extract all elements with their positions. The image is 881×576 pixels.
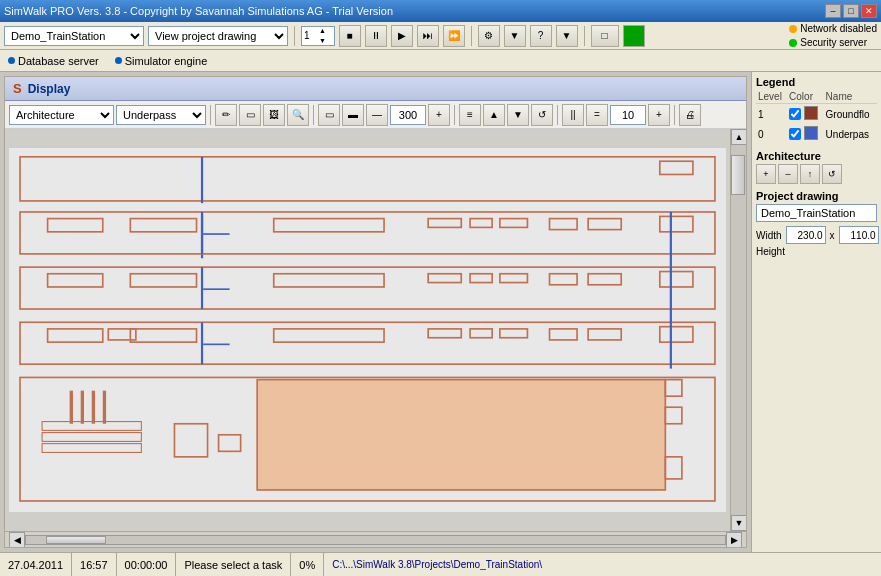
security-label: Security server (800, 36, 867, 50)
sep1 (294, 26, 295, 46)
arch-refresh-button[interactable]: ↺ (822, 164, 842, 184)
width-input[interactable] (786, 226, 826, 244)
step-down-button[interactable]: ▼ (312, 36, 334, 46)
pen-tool-button[interactable]: ✏ (215, 104, 237, 126)
legend-check-0[interactable] (789, 128, 801, 140)
legend-level-1: 1 (756, 104, 787, 125)
titlebar: SimWalk PRO Vers. 3.8 - Copyright by Sav… (0, 0, 881, 22)
db-server-label: Database server (18, 55, 99, 67)
layers-button[interactable]: ≡ (459, 104, 481, 126)
legend-name-1: Groundflo (824, 104, 877, 125)
legend-color-0 (787, 124, 824, 144)
svg-rect-52 (257, 380, 665, 490)
rect-button[interactable]: ▭ (318, 104, 340, 126)
status-duration: 00:00:00 (117, 553, 177, 576)
arch-section-title: Architecture (756, 150, 877, 162)
sim-engine-item: Simulator engine (115, 55, 208, 67)
legend-col-name: Name (824, 90, 877, 104)
select-tool-button[interactable]: ▭ (239, 104, 261, 126)
vscroll-down-button[interactable]: ▼ (731, 515, 746, 531)
arch-dropdown[interactable]: Architecture (9, 105, 114, 125)
display-panel: S Display Architecture Underpass ✏ ▭ 🖼 🔍… (4, 76, 747, 548)
sep3 (584, 26, 585, 46)
legend-col-level: Level (756, 90, 787, 104)
vscroll-up-button[interactable]: ▲ (731, 129, 746, 145)
split-v-button[interactable]: || (562, 104, 584, 126)
canvas-scroll-area: ▲ ▼ ◀ ▶ (5, 129, 746, 547)
image-button[interactable]: 🖼 (263, 104, 285, 126)
legend-colorbox-0 (804, 126, 818, 140)
legend-table: Level Color Name 1 Groundflo (756, 90, 877, 144)
legend-row-1: 1 Groundflo (756, 104, 877, 125)
refresh-button[interactable]: ↺ (531, 104, 553, 126)
pause-button[interactable]: ⏸ (365, 25, 387, 47)
project-drawing-section: Project drawing Demo_TrainStation Width … (756, 190, 877, 257)
help-button[interactable]: ? (530, 25, 552, 47)
hscroll-thumb[interactable] (46, 536, 106, 544)
line-button[interactable]: — (366, 104, 388, 126)
statusbar: 27.04.2011 16:57 00:00:00 Please select … (0, 552, 881, 576)
svg-rect-45 (92, 391, 95, 424)
view-dropdown[interactable]: View project drawing (148, 26, 288, 46)
vscroll-track[interactable] (731, 145, 746, 515)
canvas-area[interactable] (5, 129, 730, 531)
status-date: 27.04.2011 (8, 553, 72, 576)
arch-add-button[interactable]: + (756, 164, 776, 184)
stop-button[interactable]: ■ (339, 25, 361, 47)
sep2 (471, 26, 472, 46)
network-status: Network disabled Security server (789, 22, 877, 50)
play-button[interactable]: ▶ (391, 25, 413, 47)
fast-forward-button[interactable]: ⏩ (443, 25, 465, 47)
right-panel: Legend Level Color Name 1 (751, 72, 881, 552)
legend-section: Legend Level Color Name 1 (756, 76, 877, 144)
zoom-input[interactable] (390, 105, 426, 125)
step-up-button[interactable]: ▲ (312, 26, 334, 36)
proj-drawing-name: Demo_TrainStation (756, 204, 877, 222)
hscroll-track[interactable] (25, 535, 726, 545)
s-logo: S (13, 81, 22, 96)
height-input[interactable] (839, 226, 879, 244)
maximize-button[interactable]: □ (843, 4, 859, 18)
vscroll-thumb[interactable] (731, 155, 745, 195)
legend-color-1 (787, 104, 824, 125)
project-dropdown[interactable]: Demo_TrainStation (4, 26, 144, 46)
dropdown-arrow2[interactable]: ▼ (556, 25, 578, 47)
print-button[interactable]: 🖨 (679, 104, 701, 126)
down-button[interactable]: ▼ (507, 104, 529, 126)
legend-name-0: Underpas (824, 124, 877, 144)
grid-plus-button[interactable]: + (648, 104, 670, 126)
disp-sep1 (210, 105, 211, 125)
step-end-button[interactable]: ⏭ (417, 25, 439, 47)
sim-dot (115, 57, 122, 64)
arch-remove-button[interactable]: – (778, 164, 798, 184)
proj-drawing-title: Project drawing (756, 190, 877, 202)
grid-input[interactable] (610, 105, 646, 125)
dropdown-arrow[interactable]: ▼ (504, 25, 526, 47)
legend-check-1[interactable] (789, 108, 801, 120)
hscroll-left-button[interactable]: ◀ (9, 532, 25, 548)
zoom-button[interactable]: 🔍 (287, 104, 309, 126)
arch-up-button[interactable]: ↑ (800, 164, 820, 184)
height-label: Height (756, 246, 877, 257)
rect2-button[interactable]: ▬ (342, 104, 364, 126)
status-message: Please select a task (176, 553, 291, 576)
minimize-button[interactable]: – (825, 4, 841, 18)
hscroll-right-button[interactable]: ▶ (726, 532, 742, 548)
network-label: Network disabled (800, 22, 877, 36)
status-percent: 0% (291, 553, 324, 576)
disp-sep2 (313, 105, 314, 125)
up-button[interactable]: ▲ (483, 104, 505, 126)
info-bar: Database server Simulator engine (0, 50, 881, 72)
settings-button[interactable]: ⚙ (478, 25, 500, 47)
zoom-plus-button[interactable]: + (428, 104, 450, 126)
split-h-button[interactable]: = (586, 104, 608, 126)
layer-dropdown[interactable]: Underpass (116, 105, 206, 125)
close-button[interactable]: ✕ (861, 4, 877, 18)
status-green-button[interactable] (623, 25, 645, 47)
db-server-item: Database server (8, 55, 99, 67)
security-server-item: Security server (789, 36, 877, 50)
titlebar-title: SimWalk PRO Vers. 3.8 - Copyright by Sav… (4, 5, 393, 17)
left-panel: S Display Architecture Underpass ✏ ▭ 🖼 🔍… (0, 72, 751, 552)
floorplan-svg (9, 133, 726, 527)
view-toggle-button[interactable]: □ (591, 25, 619, 47)
